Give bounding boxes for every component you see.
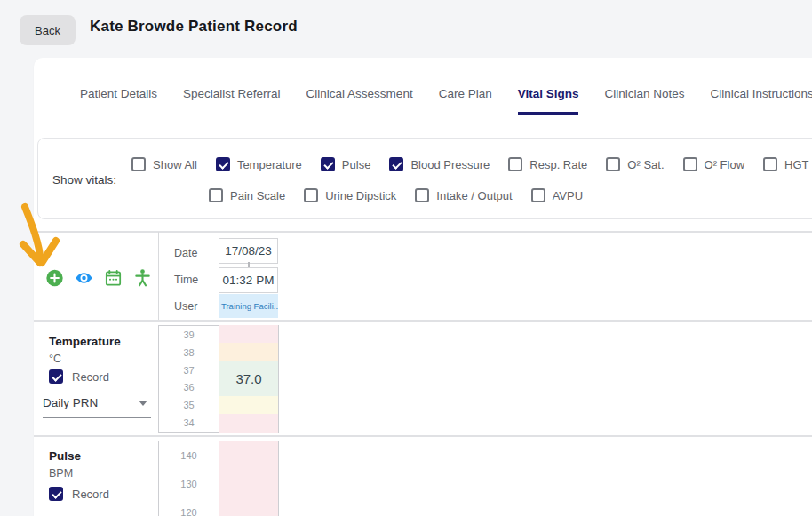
calendar-icon[interactable] — [104, 268, 123, 288]
chevron-down-icon — [139, 401, 147, 406]
checkbox-icon[interactable] — [508, 157, 522, 171]
pulse-value-column[interactable] — [219, 441, 279, 516]
filter-resp-rate[interactable]: Resp. Rate — [508, 157, 587, 171]
date-row-label: Date — [174, 247, 197, 259]
tab-clinical-instructions[interactable]: Clinical Instructions — [711, 87, 812, 115]
user-row-label: User — [174, 300, 197, 313]
checkbox-icon[interactable] — [216, 157, 230, 171]
tab-patient-details[interactable]: Patient Details — [80, 87, 157, 115]
filter-show-all[interactable]: Show All — [131, 157, 197, 171]
checkbox-icon[interactable] — [304, 188, 318, 202]
range-band — [219, 414, 278, 433]
filter-pain-scale[interactable]: Pain Scale — [209, 188, 285, 202]
vitals-toolbar — [45, 268, 152, 288]
pulse-record-toggle[interactable]: Record — [49, 487, 109, 501]
show-vitals-panel: Show vitals: Show All Temperature Pulse … — [37, 138, 812, 219]
range-band — [219, 441, 278, 516]
filter-intake-output[interactable]: Intake / Output — [415, 188, 512, 202]
filter-pulse[interactable]: Pulse — [321, 157, 371, 171]
entry-date-value[interactable]: 17/08/23 — [219, 238, 278, 264]
tab-clinician-notes[interactable]: Clinician Notes — [604, 87, 684, 115]
vital-unit-temperature: °C — [49, 353, 61, 365]
checkbox-icon[interactable] — [49, 369, 63, 384]
filter-urine-dipstick[interactable]: Urine Dipstick — [304, 188, 396, 202]
table-top-border — [34, 231, 812, 233]
vital-name-pulse: Pulse — [49, 449, 81, 463]
patient-body-icon[interactable] — [133, 268, 152, 288]
temperature-scale: 39 38 37 36 35 34 — [158, 325, 219, 433]
vitals-filter-row-1: Show All Temperature Pulse Blood Pressur… — [131, 157, 812, 171]
range-band — [219, 396, 278, 414]
page-title: Kate Browde Patient Record — [90, 18, 298, 36]
tab-bar: Patient Details Specialist Referral Clin… — [80, 87, 812, 115]
checkbox-icon[interactable] — [683, 157, 697, 171]
add-entry-icon[interactable] — [45, 268, 64, 288]
checkbox-icon[interactable] — [209, 188, 223, 202]
temperature-record-toggle[interactable]: Record — [49, 369, 109, 384]
patient-record-card: Patient Details Specialist Referral Clin… — [34, 58, 812, 516]
checkbox-icon[interactable] — [131, 157, 146, 171]
vital-name-temperature: Temperature — [49, 335, 121, 348]
vitals-filter-row-2: Pain Scale Urine Dipstick Intake / Outpu… — [209, 188, 583, 202]
filter-hgt[interactable]: HGT — [763, 157, 808, 171]
checkbox-icon[interactable] — [531, 188, 545, 202]
checkbox-icon[interactable] — [389, 157, 403, 171]
range-band — [219, 343, 278, 361]
filter-o2-flow[interactable]: O² Flow — [683, 157, 745, 171]
checkbox-icon[interactable] — [606, 157, 620, 171]
tab-vital-signs[interactable]: Vital Signs — [518, 87, 579, 115]
tab-specialist-referral[interactable]: Specialist Referral — [183, 87, 281, 115]
entry-time-value[interactable]: 01:32 PM — [219, 267, 278, 293]
checkbox-icon[interactable] — [321, 157, 335, 171]
filter-blood-pressure[interactable]: Blood Pressure — [389, 157, 490, 171]
checkbox-icon[interactable] — [763, 157, 777, 171]
filter-o2-sat[interactable]: O² Sat. — [606, 157, 664, 171]
checkbox-icon[interactable] — [415, 188, 429, 202]
checkbox-icon[interactable] — [49, 487, 63, 501]
temperature-frequency-select[interactable]: Daily PRN — [43, 396, 151, 418]
temperature-reading: 37.0 — [219, 361, 278, 396]
header-column-divider — [158, 232, 159, 320]
range-band — [219, 325, 278, 343]
back-button[interactable]: Back — [20, 15, 76, 45]
pulse-scale: 140 130 120 110 — [158, 441, 219, 516]
view-eye-icon[interactable] — [75, 268, 93, 288]
show-vitals-label: Show vitals: — [52, 173, 116, 187]
vital-unit-pulse: BPM — [49, 467, 73, 480]
time-row-label: Time — [174, 274, 198, 286]
tab-care-plan[interactable]: Care Plan — [439, 87, 492, 115]
tab-clinical-assessment[interactable]: Clinical Assessment — [306, 87, 413, 115]
row-divider — [34, 320, 812, 322]
entry-user-value[interactable]: Training Facili... — [219, 294, 278, 318]
filter-temperature[interactable]: Temperature — [216, 157, 302, 171]
frequency-value: Daily PRN — [43, 396, 98, 409]
filter-avpu[interactable]: AVPU — [531, 188, 583, 202]
temperature-value-column[interactable]: 37.0 — [219, 325, 279, 433]
row-divider — [34, 435, 812, 437]
